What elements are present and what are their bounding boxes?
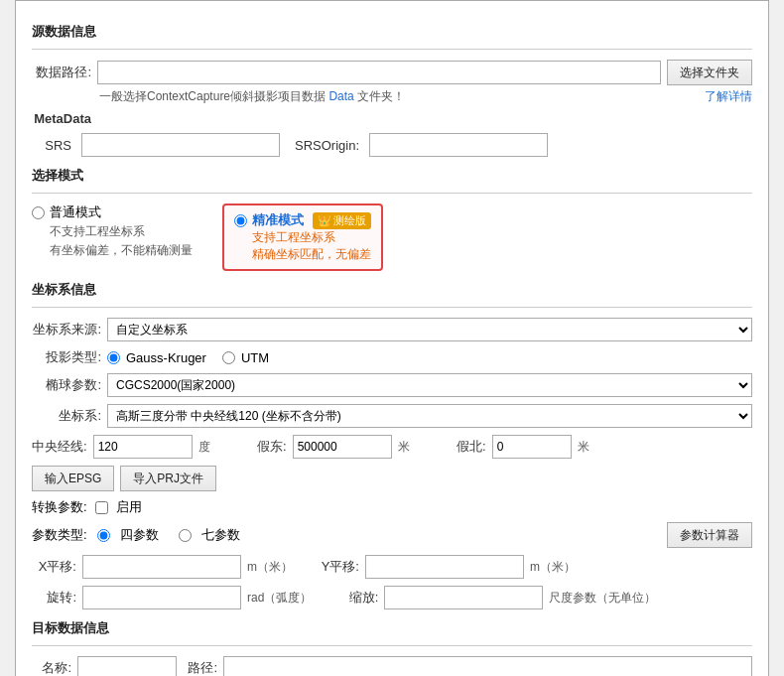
coord-sys-select[interactable]: 高斯三度分带 中央经线120 (坐标不含分带) (107, 404, 752, 428)
normal-mode-label: 普通模式 (50, 203, 101, 221)
false-north-unit: 米 (578, 439, 589, 456)
meridian-input[interactable] (93, 435, 193, 459)
four-param-label: 四参数 (120, 526, 159, 544)
ellipsoid-label: 椭球参数: (32, 376, 101, 394)
transform-enable-checkbox[interactable] (95, 501, 108, 514)
data-path-label: 数据路径: (32, 64, 91, 81)
coord-source-label: 坐标系来源: (32, 321, 101, 338)
false-east-input[interactable] (293, 435, 392, 459)
precise-mode-header: 精准模式 👑测绘版 (234, 211, 371, 229)
precise-mode-desc1: 支持工程坐标系 (252, 229, 371, 246)
hint-keyword: Data (328, 89, 353, 103)
metadata-label: MetaData (32, 111, 91, 126)
transform-section: 转换参数: 启用 参数类型: 四参数 七参数 参数计算器 X平移: m（米） Y… (32, 498, 752, 609)
precise-mode-box: 精准模式 👑测绘版 支持工程坐标系 精确坐标匹配，无偏差 (222, 203, 383, 271)
metadata-row: MetaData (32, 111, 752, 126)
srs-origin-label: SRSOrigin: (290, 138, 359, 153)
seven-param-label: 七参数 (201, 526, 240, 544)
normal-mode-radio[interactable] (32, 206, 45, 219)
survey-badge: 👑测绘版 (313, 212, 371, 229)
target-name-label: 名称: (32, 659, 71, 676)
normal-mode-desc2: 有坐标偏差，不能精确测量 (50, 242, 193, 259)
y-shift-input[interactable] (365, 555, 524, 579)
transform-header: 转换参数: 启用 (32, 498, 752, 516)
x-shift-unit: m（米） (247, 559, 293, 576)
ellipsoid-row: 椭球参数: CGCS2000(国家2000) (32, 373, 752, 397)
meridian-row: 中央经线: 度 假东: 米 假北: 米 (32, 435, 752, 459)
meridian-unit: 度 (198, 439, 210, 456)
mode-section: 普通模式 不支持工程坐标系 有坐标偏差，不能精确测量 精准模式 👑测绘版 支持工… (32, 203, 752, 271)
rotate-scale-row: 旋转: rad（弧度） 缩放: 尺度参数（无单位） (32, 586, 752, 609)
gauss-kruger-radio[interactable] (107, 351, 120, 364)
scale-label: 缩放: (333, 589, 378, 607)
srs-row: SRS SRSOrigin: (42, 133, 752, 157)
normal-mode-option: 普通模式 不支持工程坐标系 有坐标偏差，不能精确测量 (32, 203, 193, 259)
select-folder-button[interactable]: 选择文件夹 (667, 60, 752, 85)
xy-shift-row: X平移: m（米） Y平移: m（米） (32, 555, 752, 579)
rotate-label: 旋转: (32, 589, 76, 607)
epsg-prj-row: 输入EPSG 导入PRJ文件 (32, 466, 752, 491)
source-section-title: 源数据信息 (32, 23, 752, 41)
coord-source-select[interactable]: 自定义坐标系 (107, 318, 752, 341)
precise-mode-label: 精准模式 (252, 211, 304, 229)
utm-radio[interactable] (222, 351, 235, 364)
scale-unit: 尺度参数（无单位） (549, 590, 656, 607)
param-type-row: 参数类型: 四参数 七参数 参数计算器 (32, 522, 752, 548)
rotate-input[interactable] (82, 586, 241, 609)
hint-text: 一般选择ContextCapture倾斜摄影项目数据 Data 文件夹！ (99, 88, 405, 105)
target-path-input[interactable] (223, 656, 752, 676)
transform-label: 转换参数: (32, 498, 87, 516)
target-section-title: 目标数据信息 (32, 619, 752, 637)
scale-input[interactable] (384, 586, 543, 609)
learn-more-link[interactable]: 了解详情 (705, 88, 752, 105)
utm-label: UTM (241, 350, 269, 365)
hint-row: 一般选择ContextCapture倾斜摄影项目数据 Data 文件夹！ 了解详… (99, 88, 752, 105)
precise-mode-radio[interactable] (234, 214, 247, 227)
srs-origin-input[interactable] (369, 133, 548, 157)
x-shift-input[interactable] (82, 555, 241, 579)
srs-label: SRS (42, 138, 71, 153)
meridian-label: 中央经线: (32, 438, 87, 456)
target-name-input[interactable] (77, 656, 177, 676)
mode-section-title: 选择模式 (32, 167, 752, 185)
target-name-path-row: 名称: 路径: (32, 656, 752, 676)
four-param-radio[interactable] (97, 529, 110, 542)
calc-button[interactable]: 参数计算器 (667, 522, 752, 548)
proj-type-label: 投影类型: (32, 348, 101, 366)
data-path-input[interactable] (97, 61, 661, 84)
rotate-unit: rad（弧度） (247, 590, 312, 607)
param-type-label: 参数类型: (32, 526, 87, 544)
main-dialog: 源数据信息 数据路径: 选择文件夹 一般选择ContextCapture倾斜摄影… (15, 0, 769, 676)
srs-input[interactable] (81, 133, 280, 157)
false-north-input[interactable] (492, 435, 572, 459)
coord-source-row: 坐标系来源: 自定义坐标系 (32, 318, 752, 341)
target-path-label: 路径: (183, 659, 217, 676)
gauss-kruger-label: Gauss-Kruger (126, 350, 206, 365)
false-north-label: 假北: (432, 438, 486, 456)
transform-enable-label: 启用 (116, 498, 142, 516)
proj-type-row: 投影类型: Gauss-Kruger UTM (32, 348, 752, 366)
coord-sys-row: 坐标系: 高斯三度分带 中央经线120 (坐标不含分带) (32, 404, 752, 428)
false-east-unit: 米 (398, 439, 410, 456)
coord-section-title: 坐标系信息 (32, 281, 752, 299)
coord-sys-label: 坐标系: (32, 407, 101, 425)
x-shift-label: X平移: (32, 558, 76, 576)
data-path-row: 数据路径: 选择文件夹 (32, 60, 752, 85)
ellipsoid-select[interactable]: CGCS2000(国家2000) (107, 373, 752, 397)
normal-mode-desc1: 不支持工程坐标系 (50, 223, 193, 240)
precise-mode-desc2: 精确坐标匹配，无偏差 (252, 246, 371, 263)
false-east-label: 假东: (232, 438, 287, 456)
y-shift-label: Y平移: (315, 558, 359, 576)
import-epsg-button[interactable]: 输入EPSG (32, 466, 114, 491)
y-shift-unit: m（米） (530, 559, 576, 576)
seven-param-radio[interactable] (179, 529, 192, 542)
import-prj-button[interactable]: 导入PRJ文件 (120, 466, 216, 491)
normal-mode-header: 普通模式 (32, 203, 193, 221)
